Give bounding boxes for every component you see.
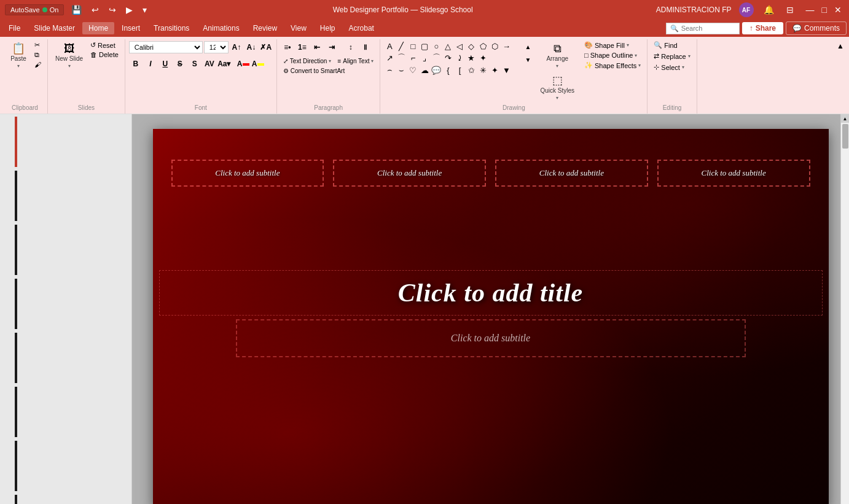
scroll-thumb-vertical[interactable] xyxy=(842,124,848,149)
shape-scroll-icon[interactable]: ▼ xyxy=(501,64,512,76)
paste-button[interactable]: 📋 Paste ▾ xyxy=(6,41,31,71)
line-spacing-button[interactable]: ↕ xyxy=(344,41,358,54)
columns-button[interactable]: ⫴ xyxy=(359,41,372,54)
bullets-button[interactable]: ≡• xyxy=(281,41,294,54)
reset-button[interactable]: ↺ Reset xyxy=(88,41,121,50)
shape-freeform-icon[interactable]: ⌢ xyxy=(384,64,395,76)
menu-home[interactable]: Home xyxy=(82,22,114,34)
customize-button[interactable]: ▾ xyxy=(140,4,149,16)
slide-canvas[interactable]: Click to add subtitle Click to add subti… xyxy=(153,129,829,504)
close-button[interactable]: ✕ xyxy=(832,4,844,16)
indent-increase-button[interactable]: ⇥ xyxy=(325,41,338,54)
menu-help[interactable]: Help xyxy=(314,22,342,34)
italic-button[interactable]: I xyxy=(144,57,157,71)
slide-thumb-1[interactable] xyxy=(15,117,17,167)
shape-misc5-icon[interactable]: ✦ xyxy=(477,52,488,63)
highlight-button[interactable]: A xyxy=(251,57,265,71)
shape-fill-button[interactable]: 🎨 Shape Fill ▾ xyxy=(582,41,643,50)
slide-thumb-8[interactable] xyxy=(15,495,17,504)
subtitle-box-2[interactable]: Click to add subtitle xyxy=(333,160,486,187)
slide-thumb-4[interactable] xyxy=(15,279,17,329)
comments-button[interactable]: 💬 Comments xyxy=(786,21,847,35)
select-button[interactable]: ⊹ Select ▾ xyxy=(651,63,687,72)
replace-button[interactable]: ⇄ Replace ▾ xyxy=(651,52,692,61)
slide-thumb-3[interactable] xyxy=(15,225,17,275)
shape-rounded-rect-icon[interactable]: ▢ xyxy=(419,41,430,52)
shape-line-icon[interactable]: ╱ xyxy=(396,41,407,52)
presentation-button[interactable]: ▶ xyxy=(123,4,135,16)
shape-brace-icon[interactable]: { xyxy=(442,64,453,76)
menu-insert[interactable]: Insert xyxy=(115,22,146,34)
shapes-scroll-up[interactable]: ▲ xyxy=(523,41,533,53)
shape-star8-icon[interactable]: ✳ xyxy=(477,64,488,76)
convert-smartart-button[interactable]: ⚙ Convert to SmartArt xyxy=(281,67,347,75)
menu-slide-master[interactable]: Slide Master xyxy=(28,22,81,34)
menu-transitions[interactable]: Transitions xyxy=(147,22,195,34)
autosave-button[interactable]: AutoSave On xyxy=(5,4,64,15)
shape-elbow-icon[interactable]: ⌟ xyxy=(419,52,430,63)
subtitle-box-3[interactable]: Click to add subtitle xyxy=(495,160,648,187)
save-button[interactable]: 💾 xyxy=(69,4,84,16)
shape-rtriangle-icon[interactable]: ◁ xyxy=(454,41,465,52)
shape-bracket-icon[interactable]: [ xyxy=(454,64,465,76)
shape-cloud-icon[interactable]: ☁ xyxy=(419,64,430,76)
shape-pentagon-icon[interactable]: ⬠ xyxy=(477,41,488,52)
subtitle-box-1[interactable]: Click to add subtitle xyxy=(171,160,324,187)
shape-arc-icon[interactable]: ⌣ xyxy=(396,64,407,76)
clear-format-button[interactable]: ✗A xyxy=(259,41,273,54)
shape-curve-icon[interactable]: ⌒ xyxy=(396,52,407,63)
text-direction-button[interactable]: ⤢ Text Direction ▾ xyxy=(281,57,334,65)
copy-button[interactable]: ⧉ xyxy=(32,50,44,60)
menu-review[interactable]: Review xyxy=(247,22,283,34)
shape-text-icon[interactable]: A xyxy=(384,41,395,52)
font-family-selector[interactable]: Calibri xyxy=(129,41,203,53)
shape-star5-icon[interactable]: ✩ xyxy=(466,64,477,76)
shape-connector-icon[interactable]: ⌐ xyxy=(407,52,418,63)
shape-star4-icon[interactable]: ✦ xyxy=(489,64,500,76)
menu-view[interactable]: View xyxy=(284,22,313,34)
slide-thumb-6[interactable] xyxy=(15,387,17,437)
shape-misc4-icon[interactable]: ★ xyxy=(466,52,477,63)
shape-rect-icon[interactable]: □ xyxy=(407,41,418,52)
shape-misc2-icon[interactable]: ↷ xyxy=(442,52,453,63)
undo-button[interactable]: ↩ xyxy=(89,4,101,16)
shapes-scroll-down[interactable]: ▼ xyxy=(523,53,533,66)
shape-bend-icon[interactable]: ↗ xyxy=(384,52,395,63)
shape-outline-button[interactable]: □ Shape Outline ▾ xyxy=(582,51,643,60)
increase-font-button[interactable]: A↑ xyxy=(230,41,243,54)
cut-button[interactable]: ✂ xyxy=(32,41,44,50)
user-avatar[interactable]: AF xyxy=(739,2,754,17)
search-box[interactable]: 🔍 xyxy=(666,23,740,34)
find-button[interactable]: 🔍 Find xyxy=(651,41,679,50)
ribbon-toggle-button[interactable]: ⊟ xyxy=(784,4,796,16)
slide-thumb-5[interactable] xyxy=(15,333,17,383)
menu-file[interactable]: File xyxy=(2,22,26,34)
change-case-button[interactable]: Aa▾ xyxy=(217,57,231,71)
shape-diamond-icon[interactable]: ◇ xyxy=(466,41,477,52)
indent-decrease-button[interactable]: ⇤ xyxy=(310,41,324,54)
delete-button[interactable]: 🗑 Delete xyxy=(88,50,121,59)
shape-arrow-icon[interactable]: → xyxy=(501,41,512,52)
ribbon-collapse-button[interactable]: ▲ xyxy=(834,39,847,114)
quick-styles-button[interactable]: ⬚ Quick Styles ▾ xyxy=(536,72,578,103)
shape-misc1-icon[interactable]: ⌒ xyxy=(431,52,442,63)
share-button[interactable]: ↑ Share xyxy=(742,22,783,34)
minimize-button[interactable]: — xyxy=(804,4,817,16)
new-slide-button[interactable]: 🖼 New Slide ▾ xyxy=(52,41,87,71)
strikethrough-button[interactable]: S xyxy=(173,57,187,71)
shadow-button[interactable]: S xyxy=(188,57,201,71)
subtitle-box-4[interactable]: Click to add subtitle xyxy=(657,160,810,187)
shape-effects-button[interactable]: ✨ Shape Effects ▾ xyxy=(582,61,643,70)
shape-circle-icon[interactable]: ○ xyxy=(431,41,442,52)
char-spacing-button[interactable]: AV xyxy=(203,57,216,71)
arrange-button[interactable]: ⧉ Arrange ▾ xyxy=(536,41,578,71)
decrease-font-button[interactable]: A↓ xyxy=(245,41,258,54)
slide-thumb-2[interactable] xyxy=(15,171,17,221)
redo-button[interactable]: ↪ xyxy=(106,4,119,16)
search-input[interactable] xyxy=(681,25,730,32)
bold-button[interactable]: B xyxy=(129,57,143,71)
shape-hexagon-icon[interactable]: ⬡ xyxy=(489,41,500,52)
menu-acrobat[interactable]: Acrobat xyxy=(343,22,380,34)
maximize-button[interactable]: □ xyxy=(820,4,829,16)
slide-thumb-7[interactable] xyxy=(15,441,17,491)
